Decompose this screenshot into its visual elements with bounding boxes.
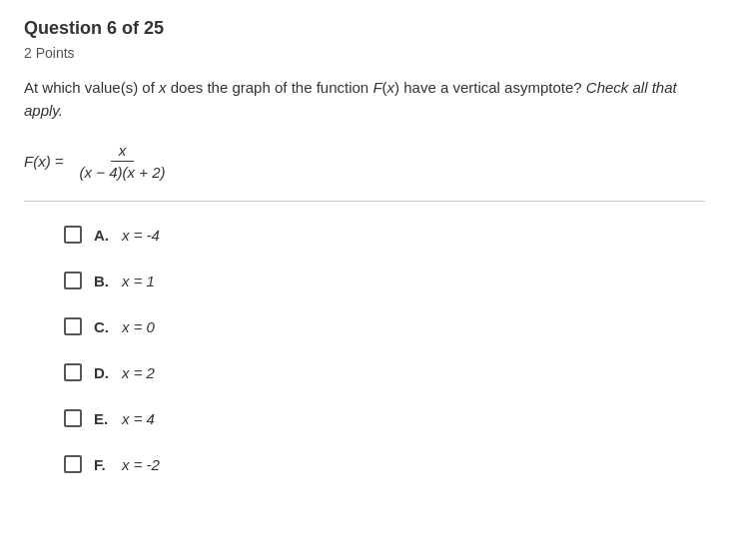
- checkbox-c[interactable]: [64, 317, 82, 335]
- option-value-f: x = -2: [122, 456, 160, 473]
- checkbox-e[interactable]: [64, 409, 82, 427]
- question-text: At which value(s) of x does the graph of…: [24, 77, 705, 122]
- list-item: E. x = 4: [64, 409, 705, 427]
- checkbox-a[interactable]: [64, 226, 82, 244]
- option-letter-d: D.: [94, 364, 110, 381]
- option-letter-f: F.: [94, 456, 110, 473]
- option-letter-b: B.: [94, 273, 110, 289]
- option-value-b: x = 1: [122, 273, 155, 289]
- list-item: B. x = 1: [64, 272, 705, 289]
- formula-label: F(x) =: [24, 153, 64, 170]
- list-item: F. x = -2: [64, 455, 705, 473]
- option-letter-c: C.: [94, 318, 110, 335]
- list-item: A. x = -4: [64, 226, 705, 244]
- fraction: x (x − 4)(x + 2): [76, 142, 170, 181]
- formula-area: F(x) = x (x − 4)(x + 2): [24, 142, 705, 181]
- question-header: Question 6 of 25: [24, 18, 705, 39]
- checkbox-f[interactable]: [64, 455, 82, 473]
- list-item: C. x = 0: [64, 317, 705, 335]
- option-letter-a: A.: [94, 227, 110, 244]
- denominator: (x − 4)(x + 2): [76, 162, 170, 181]
- numerator: x: [111, 142, 135, 162]
- list-item: D. x = 2: [64, 363, 705, 381]
- checkbox-d[interactable]: [64, 363, 82, 381]
- option-value-a: x = -4: [122, 227, 160, 244]
- checkbox-b[interactable]: [64, 272, 82, 289]
- option-value-e: x = 4: [122, 410, 155, 427]
- option-letter-e: E.: [94, 410, 110, 427]
- answer-options-list: A. x = -4 B. x = 1 C. x = 0 D. x = 2 E. …: [24, 226, 705, 473]
- section-divider: [24, 201, 705, 202]
- option-value-c: x = 0: [122, 318, 155, 335]
- points-label: 2 Points: [24, 45, 705, 61]
- option-value-d: x = 2: [122, 364, 155, 381]
